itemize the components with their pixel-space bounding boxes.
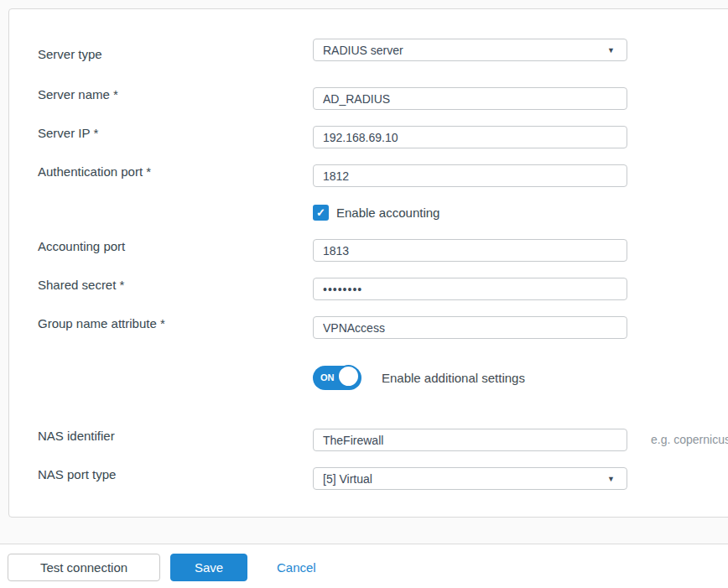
server-type-selected-value: RADIUS server (323, 44, 403, 57)
server-type-label: Server type (38, 46, 102, 62)
nas-port-type-selected-value: [5] Virtual (323, 472, 372, 486)
footer-action-bar: Test connection Save Cancel (0, 544, 728, 588)
nas-port-type-select[interactable]: [5] Virtual ▼ (313, 467, 627, 490)
server-name-label: Server name * (38, 86, 118, 102)
accounting-port-input[interactable] (313, 239, 627, 262)
chevron-down-icon: ▼ (607, 46, 615, 55)
additional-settings-row: ON Enable additional settings (313, 366, 525, 390)
cancel-link[interactable]: Cancel (277, 554, 316, 581)
checkmark-icon: ✓ (316, 206, 325, 219)
server-ip-label: Server IP * (38, 125, 98, 141)
toggle-knob (337, 365, 360, 388)
toggle-on-label: ON (320, 366, 335, 390)
enable-accounting-label: Enable accounting (336, 206, 439, 220)
enable-accounting-checkbox[interactable]: ✓ (313, 205, 329, 221)
radius-server-form-panel: Server type RADIUS server ▼ Server name … (8, 8, 728, 518)
nas-port-type-label: NAS port type (38, 466, 116, 482)
chevron-down-icon: ▼ (607, 475, 615, 483)
additional-settings-toggle[interactable]: ON (313, 366, 361, 390)
authentication-port-label: Authentication port * (38, 164, 151, 180)
group-name-attribute-input[interactable] (313, 316, 627, 339)
nas-identifier-hint: e.g. copernicus (651, 433, 728, 446)
server-ip-input[interactable] (313, 126, 627, 148)
accounting-port-label: Accounting port (38, 238, 125, 254)
authentication-port-input[interactable] (313, 164, 627, 187)
shared-secret-input[interactable] (313, 278, 627, 300)
enable-accounting-row: ✓ Enable accounting (313, 205, 439, 221)
group-name-attribute-label: Group name attribute * (38, 315, 165, 331)
shared-secret-label: Shared secret * (38, 277, 124, 293)
nas-identifier-label: NAS identifier (38, 428, 115, 444)
nas-identifier-input[interactable] (313, 429, 627, 451)
server-name-input[interactable] (313, 87, 627, 110)
server-type-select[interactable]: RADIUS server ▼ (313, 39, 627, 61)
additional-settings-label: Enable additional settings (382, 371, 525, 385)
save-button[interactable]: Save (170, 554, 247, 581)
test-connection-button[interactable]: Test connection (8, 554, 160, 581)
